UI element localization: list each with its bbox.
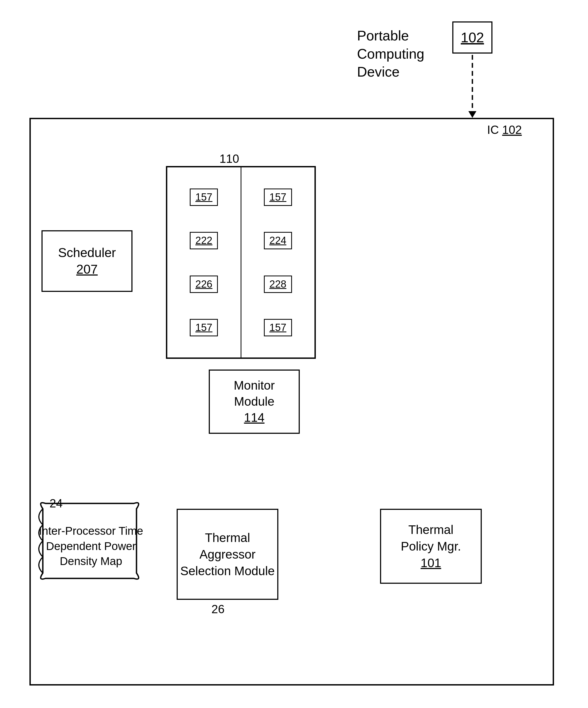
svg-marker-1 [468,111,476,118]
label-24: 24 [50,497,63,510]
label-26: 26 [211,602,224,616]
tpm-box: ThermalPolicy Mgr.101 [380,509,482,584]
pcd-outer-label: Portable Computing Device [350,22,463,88]
cpu-cell-r2: 224 [264,232,292,249]
ic-label: IC 102 [487,123,522,137]
cpu-cell-r3: 228 [264,275,292,293]
pcd-label: Portable Computing Device [357,28,424,80]
tasm-label: Thermal Aggressor Selection Module [178,529,277,579]
cpu-cell-l4: 157 [190,319,218,336]
scheduler-box: Scheduler207 [41,230,132,292]
monitor-ref: 114 [244,411,265,424]
tasm-box: Thermal Aggressor Selection Module [177,509,278,600]
cpu-col-right: 157 224 228 157 [241,167,315,357]
ipdm-shape-svg [32,501,145,584]
scheduler-label: Scheduler207 [58,244,116,278]
ic-ref: 102 [502,123,522,136]
cpu-cell-r1: 157 [264,188,292,206]
tpm-label: ThermalPolicy Mgr.101 [401,521,461,571]
pcd-ref2: 102 [461,29,484,46]
monitor-label: MonitorModule114 [234,378,275,425]
scheduler-ref: 207 [76,262,98,276]
cpu-cell-l3: 226 [190,275,218,293]
pcd-inner-box: 102 [452,22,492,54]
tpm-ref: 101 [421,556,441,570]
cpu-cell-r4: 157 [264,319,292,336]
cluster-label: 110 [219,152,239,166]
cpu-col-left: 157 222 226 157 [167,167,241,357]
cpu-cell-l2: 222 [190,232,218,249]
cpu-cell-l1: 157 [190,188,218,206]
cpu-cluster: 157 222 226 157 157 224 228 157 [166,166,316,359]
monitor-module-box: MonitorModule114 [209,370,300,434]
diagram-container: Portable Computing Device 102 IC 102 110… [0,0,588,708]
